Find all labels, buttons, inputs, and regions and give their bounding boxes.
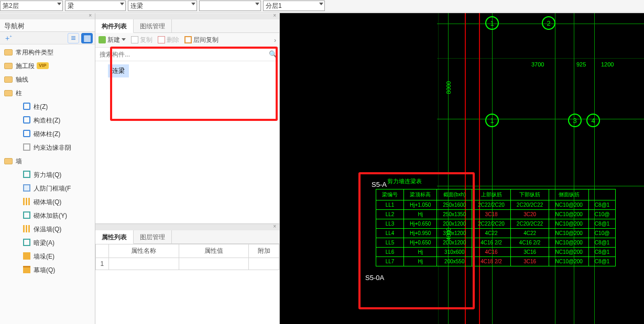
nav-add-icon[interactable]: ++: [2, 33, 12, 43]
prop-col-value: 属性值: [179, 244, 249, 258]
prop-col-name: 属性名称: [108, 244, 179, 258]
combo-floor[interactable]: 第2层: [0, 1, 63, 11]
axis-bubble-2: 2: [542, 16, 555, 30]
axis-bubble-1b: 1: [485, 114, 499, 127]
tab-component-list[interactable]: 构件列表: [95, 19, 134, 33]
tree-group-axis[interactable]: 轴线: [0, 73, 95, 86]
prop-close-icon[interactable]: ×: [95, 224, 279, 230]
component-panel: × 构件列表 图纸管理 新建 复制 删除 层间复制 › 🔍 连梁 × 属性列表 …: [95, 13, 280, 324]
tree-group-column[interactable]: 柱: [0, 86, 95, 100]
top-toolbar: 第2层 梁 连梁 分层1: [0, 0, 644, 13]
axis-bubble-3: 3: [568, 114, 582, 127]
label-beam-table-title: 剪力墙连梁表: [387, 177, 422, 185]
nav-view-list-icon[interactable]: ≡: [68, 33, 79, 43]
tree-item-wall-pier[interactable]: 墙垛(E): [0, 250, 95, 263]
tab-layer-manage[interactable]: 图层管理: [134, 230, 172, 243]
dim-925: 925: [576, 61, 586, 68]
tree-item-hidden-beam[interactable]: 暗梁(A): [0, 236, 95, 250]
component-search-input[interactable]: [95, 48, 267, 61]
tree-item-shear-wall[interactable]: 剪力墙(Q): [0, 168, 95, 182]
tree-item-masonry-rebar[interactable]: 砌体加筋(Y): [0, 209, 95, 222]
toolbar-more-icon[interactable]: ›: [274, 37, 276, 44]
tree-item-constr-col[interactable]: 构造柱(Z): [0, 114, 95, 127]
tab-drawing-manage[interactable]: 图纸管理: [134, 19, 172, 32]
delete-button[interactable]: 删除: [158, 36, 179, 44]
label-s50a: S5-0A: [365, 274, 384, 282]
cad-viewport[interactable]: 1 2 1 3 4 3700 925 1200 8000 4000 S5-A S…: [280, 13, 644, 324]
tree-item-confined-edge[interactable]: 约束边缘非阴: [0, 141, 95, 154]
component-item-lianliang[interactable]: 连梁: [108, 64, 129, 77]
new-button[interactable]: 新建: [99, 36, 126, 44]
search-icon[interactable]: 🔍: [267, 48, 279, 61]
tree-item-masonry-wall[interactable]: 砌体墙(Q): [0, 195, 95, 209]
dim-8000: 8000: [445, 81, 452, 94]
mid-close-icon[interactable]: ×: [95, 13, 279, 19]
tree-group-section[interactable]: 施工段VIP: [0, 59, 95, 73]
beam-table: 梁编号梁顶标高截面(bxh)上部纵筋下部纵筋侧面纵筋LL1Hj+1.050250…: [376, 189, 616, 266]
tree-item-curtain-wall[interactable]: 幕墙(Q): [0, 263, 95, 277]
combo-type[interactable]: 连梁: [128, 1, 197, 11]
nav-tree: 常用构件类型 施工段VIP 轴线 柱 柱(Z) 构造柱(Z) 砌体柱(Z) 约束…: [0, 44, 95, 324]
dim-3700: 3700: [531, 61, 544, 68]
axis-bubble-4: 4: [586, 114, 600, 127]
label-s5a: S5-A: [372, 181, 387, 188]
nav-close-icon[interactable]: ×: [0, 13, 95, 19]
prop-row-1[interactable]: 1: [96, 258, 109, 270]
nav-view-grid-icon[interactable]: ▦: [81, 33, 93, 43]
tree-group-wall[interactable]: 墙: [0, 154, 95, 168]
tree-item-masonry-col[interactable]: 砌体柱(Z): [0, 127, 95, 141]
tab-property-list[interactable]: 属性列表: [95, 230, 134, 244]
combo-layer[interactable]: 分层1: [263, 1, 325, 11]
axis-bubble-1: 1: [485, 16, 499, 30]
dim-1200: 1200: [601, 61, 614, 68]
nav-title: 导航树: [0, 19, 95, 32]
combo-category[interactable]: 梁: [65, 1, 126, 11]
copy-button[interactable]: 复制: [131, 36, 152, 44]
floor-copy-button[interactable]: 层间复制: [184, 36, 219, 44]
combo-blank[interactable]: [199, 1, 261, 11]
tree-item-column-z[interactable]: 柱(Z): [0, 100, 95, 114]
component-list: 连梁: [95, 61, 279, 224]
nav-panel: × 导航树 ++ ≡ ▦ 常用构件类型 施工段VIP 轴线 柱 柱(Z) 构造柱…: [0, 13, 95, 324]
tree-item-doorframe-wall[interactable]: 人防门框墙(F: [0, 182, 95, 195]
component-toolbar: 新建 复制 删除 层间复制 ›: [95, 33, 279, 48]
prop-col-add: 附加: [249, 244, 279, 258]
tree-group-common[interactable]: 常用构件类型: [0, 46, 95, 59]
tree-item-insulation-wall[interactable]: 保温墙(Q): [0, 222, 95, 236]
